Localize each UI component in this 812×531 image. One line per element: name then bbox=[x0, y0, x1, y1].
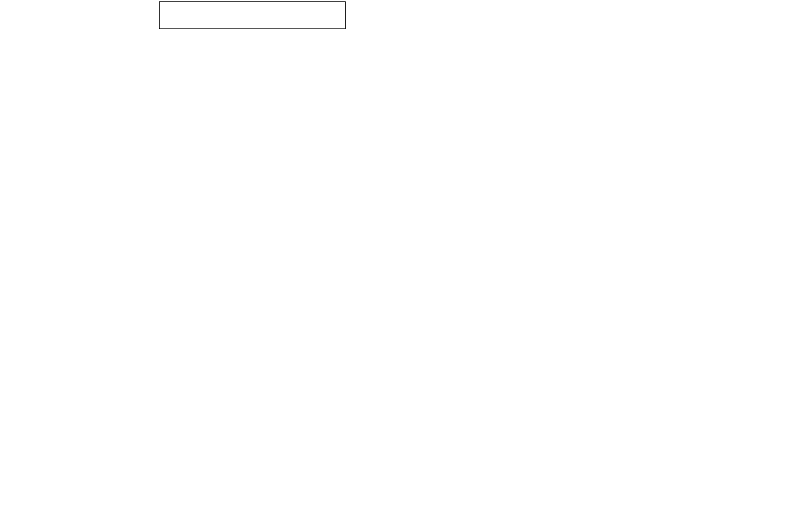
sheet-title bbox=[2, 1, 5, 1]
legend-box bbox=[159, 1, 346, 29]
spreadsheet-app: { "sheet": { "title": "Tarot Cards Pro a… bbox=[0, 0, 812, 531]
